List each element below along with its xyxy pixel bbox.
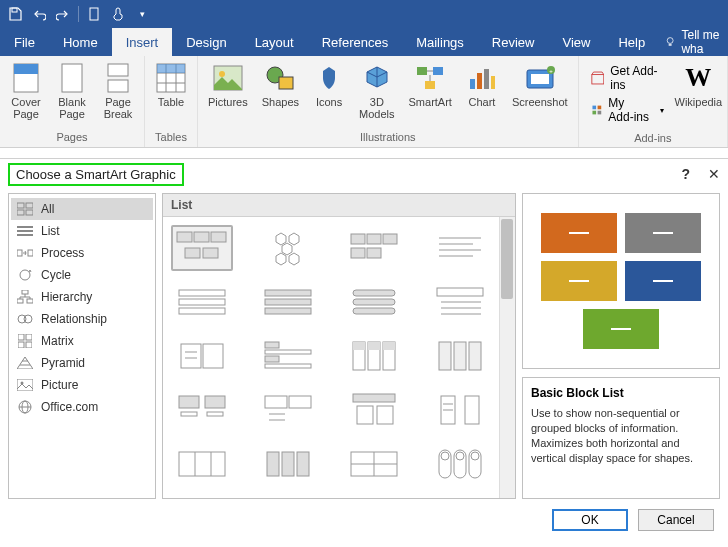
svg-rect-96: [265, 342, 279, 348]
tab-review[interactable]: Review: [478, 28, 549, 56]
svg-rect-50: [26, 334, 32, 340]
tell-me[interactable]: Tell me wha: [665, 28, 728, 56]
cat-process[interactable]: Process: [11, 242, 153, 264]
thumb-lined-list[interactable]: [429, 225, 491, 271]
preview-text: Use to show non-sequential or grouped bl…: [531, 406, 711, 465]
svg-rect-41: [17, 250, 22, 256]
cancel-button[interactable]: Cancel: [638, 509, 714, 531]
get-addins-button[interactable]: Get Add-ins: [591, 64, 664, 92]
svg-rect-81: [179, 308, 225, 314]
gallery-header: List: [163, 194, 515, 217]
thumb-basic-block-list[interactable]: [171, 225, 233, 271]
thumb[interactable]: [257, 387, 319, 433]
group-tables: Table Tables: [145, 56, 198, 147]
svg-rect-32: [592, 111, 596, 115]
svg-rect-84: [265, 308, 311, 314]
svg-rect-98: [265, 356, 279, 362]
thumb[interactable]: [343, 279, 405, 325]
shapes-button[interactable]: Shapes: [256, 58, 305, 108]
svg-rect-51: [18, 342, 24, 348]
tab-design[interactable]: Design: [172, 28, 240, 56]
pyramid-icon: [17, 355, 33, 371]
svg-rect-106: [439, 342, 451, 370]
page-break-button[interactable]: Page Break: [96, 58, 140, 120]
undo-icon[interactable]: [28, 3, 50, 25]
gallery-scrollbar[interactable]: [499, 217, 515, 498]
smartart-button[interactable]: SmartArt: [403, 58, 458, 108]
thumb[interactable]: [257, 441, 319, 487]
tab-file[interactable]: File: [0, 28, 49, 56]
touch-mode-icon[interactable]: [107, 3, 129, 25]
thumb[interactable]: [429, 333, 491, 379]
thumb[interactable]: [429, 387, 491, 433]
cat-matrix[interactable]: Matrix: [11, 330, 153, 352]
preview-name: Basic Block List: [531, 386, 711, 400]
cat-list[interactable]: List: [11, 220, 153, 242]
svg-point-137: [456, 452, 464, 460]
cat-all[interactable]: All: [11, 198, 153, 220]
chart-button[interactable]: Chart: [460, 58, 504, 108]
ok-button[interactable]: OK: [552, 509, 628, 531]
cat-pyramid[interactable]: Pyramid: [11, 352, 153, 374]
svg-point-2: [667, 38, 673, 44]
customize-qat-icon[interactable]: ▾: [131, 3, 153, 25]
tab-help[interactable]: Help: [604, 28, 659, 56]
svg-rect-21: [470, 79, 475, 89]
redo-icon[interactable]: [52, 3, 74, 25]
3d-models-button[interactable]: 3D Models: [353, 58, 400, 120]
tab-references[interactable]: References: [308, 28, 402, 56]
cat-hierarchy[interactable]: Hierarchy: [11, 286, 153, 308]
table-button[interactable]: Table: [149, 58, 193, 108]
svg-rect-64: [203, 248, 218, 258]
thumb-picture-caption[interactable]: [343, 225, 405, 271]
svg-rect-121: [465, 396, 479, 424]
bulb-icon: [665, 35, 675, 49]
thumb[interactable]: [171, 387, 233, 433]
tab-home[interactable]: Home: [49, 28, 112, 56]
thumb[interactable]: [343, 387, 405, 433]
blank-page-button[interactable]: Blank Page: [50, 58, 94, 120]
tab-mailings[interactable]: Mailings: [402, 28, 478, 56]
svg-marker-69: [289, 253, 299, 265]
close-button[interactable]: ✕: [708, 166, 720, 182]
thumb[interactable]: [257, 279, 319, 325]
thumb[interactable]: [343, 333, 405, 379]
screenshot-button[interactable]: +Screenshot: [506, 58, 574, 108]
thumb-hexagon[interactable]: [257, 225, 319, 271]
svg-rect-114: [289, 396, 311, 408]
tab-layout[interactable]: Layout: [241, 28, 308, 56]
cat-cycle[interactable]: Cycle: [11, 264, 153, 286]
save-icon[interactable]: [4, 3, 26, 25]
tab-insert[interactable]: Insert: [112, 28, 173, 56]
thumb[interactable]: [343, 441, 405, 487]
svg-point-136: [441, 452, 449, 460]
svg-rect-83: [265, 299, 311, 305]
tab-view[interactable]: View: [548, 28, 604, 56]
svg-rect-13: [157, 64, 185, 73]
thumb[interactable]: [429, 279, 491, 325]
my-addins-button[interactable]: My Add-ins▾: [591, 96, 664, 124]
smartart-gallery: List: [162, 193, 516, 499]
svg-rect-26: [531, 74, 549, 84]
thumb[interactable]: [171, 441, 233, 487]
svg-rect-42: [28, 250, 33, 256]
cover-page-button[interactable]: Cover Page: [4, 58, 48, 120]
svg-rect-19: [433, 67, 443, 75]
svg-marker-68: [276, 253, 286, 265]
cat-office[interactable]: Office.com: [11, 396, 153, 418]
svg-rect-34: [17, 203, 24, 208]
new-doc-icon[interactable]: [83, 3, 105, 25]
cycle-icon: [17, 267, 33, 283]
help-button[interactable]: ?: [681, 166, 690, 182]
thumb[interactable]: [257, 333, 319, 379]
svg-rect-73: [367, 248, 381, 258]
thumb[interactable]: [171, 333, 233, 379]
pictures-button[interactable]: Pictures: [202, 58, 254, 108]
svg-point-138: [471, 452, 479, 460]
cat-picture[interactable]: Picture: [11, 374, 153, 396]
icons-button[interactable]: Icons: [307, 58, 351, 108]
thumb[interactable]: [171, 279, 233, 325]
wikipedia-button[interactable]: WWikipedia: [674, 58, 723, 108]
cat-relationship[interactable]: Relationship: [11, 308, 153, 330]
thumb[interactable]: [429, 441, 491, 487]
